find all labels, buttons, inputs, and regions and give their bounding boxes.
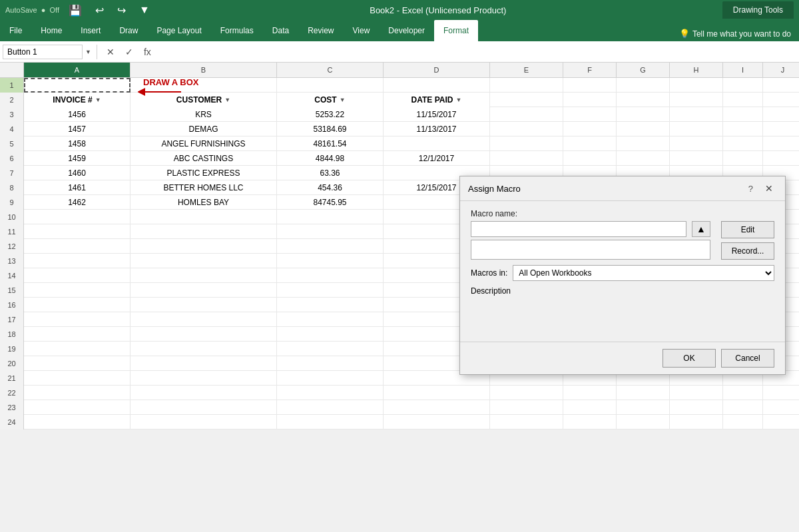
- col-header-j[interactable]: J: [763, 63, 799, 77]
- macro-list[interactable]: [471, 240, 710, 260]
- cell-b8[interactable]: BETTER HOMES LLC: [131, 180, 277, 195]
- row-num[interactable]: 3: [0, 107, 24, 122]
- cell-h2[interactable]: [670, 93, 723, 107]
- cell-a3[interactable]: 1456: [24, 107, 131, 122]
- name-box[interactable]: [3, 45, 83, 59]
- cancel-formula-button[interactable]: ✕: [103, 47, 119, 57]
- cell-i4[interactable]: [723, 122, 763, 136]
- row-num[interactable]: 9: [0, 195, 24, 210]
- row-num[interactable]: 13: [0, 254, 24, 268]
- row-num[interactable]: 17: [0, 312, 24, 327]
- cell-e6[interactable]: [490, 151, 563, 166]
- cell-h3[interactable]: [670, 107, 723, 122]
- col-header-a[interactable]: A: [24, 63, 131, 77]
- redo-button[interactable]: ↪: [113, 3, 130, 18]
- row-num[interactable]: 15: [0, 283, 24, 298]
- tab-insert[interactable]: Insert: [71, 20, 110, 41]
- cell-f5[interactable]: [563, 136, 617, 151]
- cell-i2[interactable]: [723, 93, 763, 107]
- row-num[interactable]: 10: [0, 210, 24, 224]
- cell-c2[interactable]: COST ▼: [277, 93, 384, 107]
- cell-a7[interactable]: 1460: [24, 166, 131, 180]
- dropdown-icon[interactable]: ▼: [455, 97, 461, 103]
- cell-c4[interactable]: 53184.69: [277, 122, 384, 136]
- row-num[interactable]: 6: [0, 151, 24, 166]
- tab-formulas[interactable]: Formulas: [211, 20, 263, 41]
- cell-a8[interactable]: 1461: [24, 180, 131, 195]
- cell-g3[interactable]: [617, 107, 670, 122]
- undo-button[interactable]: ↩: [91, 3, 108, 18]
- tab-file[interactable]: File: [0, 20, 31, 41]
- cell-h4[interactable]: [670, 122, 723, 136]
- cell-c7[interactable]: 63.36: [277, 166, 384, 180]
- cell-f2[interactable]: [563, 93, 617, 107]
- edit-button[interactable]: Edit: [721, 221, 774, 238]
- cell-h6[interactable]: [670, 151, 723, 166]
- cell-f3[interactable]: [563, 107, 617, 122]
- cell-b9[interactable]: HOMLES BAY: [131, 195, 277, 210]
- cell-g6[interactable]: [617, 151, 670, 166]
- col-header-e[interactable]: E: [490, 63, 563, 77]
- col-header-c[interactable]: C: [277, 63, 384, 77]
- tab-format[interactable]: Format: [434, 20, 478, 41]
- row-num[interactable]: 12: [0, 239, 24, 254]
- cell-b6[interactable]: ABC CASTINGS: [131, 151, 277, 166]
- row-num[interactable]: 21: [0, 371, 24, 386]
- cell-b4[interactable]: DEMAG: [131, 122, 277, 136]
- cell-b3[interactable]: KRS: [131, 107, 277, 122]
- cell-d6[interactable]: 12/1/2017: [384, 151, 490, 166]
- row-num[interactable]: 4: [0, 122, 24, 136]
- save-button[interactable]: 💾: [65, 3, 86, 18]
- cell-d2[interactable]: DATE PAID ▼: [384, 93, 490, 107]
- cell-a2[interactable]: INVOICE # ▼: [24, 93, 131, 107]
- cell-a5[interactable]: 1458: [24, 136, 131, 151]
- cell-e4[interactable]: [490, 122, 563, 136]
- cell-j6[interactable]: [763, 151, 799, 166]
- row-num[interactable]: 8: [0, 180, 24, 195]
- tab-data[interactable]: Data: [263, 20, 298, 41]
- cell-b7[interactable]: PLASTIC EXPRESS: [131, 166, 277, 180]
- row-num[interactable]: 1: [0, 78, 24, 93]
- cell-j5[interactable]: [763, 136, 799, 151]
- row-num[interactable]: 20: [0, 356, 24, 371]
- cell-d5[interactable]: [384, 136, 490, 151]
- cell-c8[interactable]: 454.36: [277, 180, 384, 195]
- cell-j4[interactable]: [763, 122, 799, 136]
- cell-j3[interactable]: [763, 107, 799, 122]
- cell-d1[interactable]: [384, 78, 490, 93]
- cell-f4[interactable]: [563, 122, 617, 136]
- col-header-d[interactable]: D: [384, 63, 490, 77]
- row-num[interactable]: 11: [0, 224, 24, 239]
- dialog-help-icon[interactable]: ?: [748, 184, 753, 194]
- cell-g2[interactable]: [617, 93, 670, 107]
- cell-d4[interactable]: 11/13/2017: [384, 122, 490, 136]
- tab-draw[interactable]: Draw: [110, 20, 147, 41]
- col-header-f[interactable]: F: [563, 63, 617, 77]
- cell-e1[interactable]: [490, 78, 563, 93]
- dialog-close-button[interactable]: ✕: [761, 182, 777, 195]
- macros-in-select[interactable]: All Open Workbooks This Workbook Persona…: [513, 265, 774, 281]
- cell-a4[interactable]: 1457: [24, 122, 131, 136]
- cell-c3[interactable]: 5253.22: [277, 107, 384, 122]
- cell-f6[interactable]: [563, 151, 617, 166]
- cell-f1[interactable]: [563, 78, 617, 93]
- cell-e2[interactable]: [490, 93, 563, 107]
- customize-qat-button[interactable]: ▼: [135, 3, 154, 17]
- cell-g4[interactable]: [617, 122, 670, 136]
- cell-i3[interactable]: [723, 107, 763, 122]
- row-num[interactable]: 22: [0, 386, 24, 400]
- cell-i5[interactable]: [723, 136, 763, 151]
- col-header-h[interactable]: H: [670, 63, 723, 77]
- dropdown-icon[interactable]: ▼: [224, 97, 230, 103]
- cell-a6[interactable]: 1459: [24, 151, 131, 166]
- col-header-i[interactable]: I: [723, 63, 763, 77]
- cell-g5[interactable]: [617, 136, 670, 151]
- cell-j2[interactable]: [763, 93, 799, 107]
- col-header-b[interactable]: B: [131, 63, 277, 77]
- row-num[interactable]: 2: [0, 93, 24, 107]
- description-textarea[interactable]: [471, 298, 774, 332]
- cell-a1[interactable]: [24, 78, 131, 93]
- cancel-button[interactable]: Cancel: [721, 349, 774, 368]
- tell-me-input[interactable]: 💡 Tell me what you want to do: [671, 26, 799, 41]
- row-num[interactable]: 14: [0, 268, 24, 283]
